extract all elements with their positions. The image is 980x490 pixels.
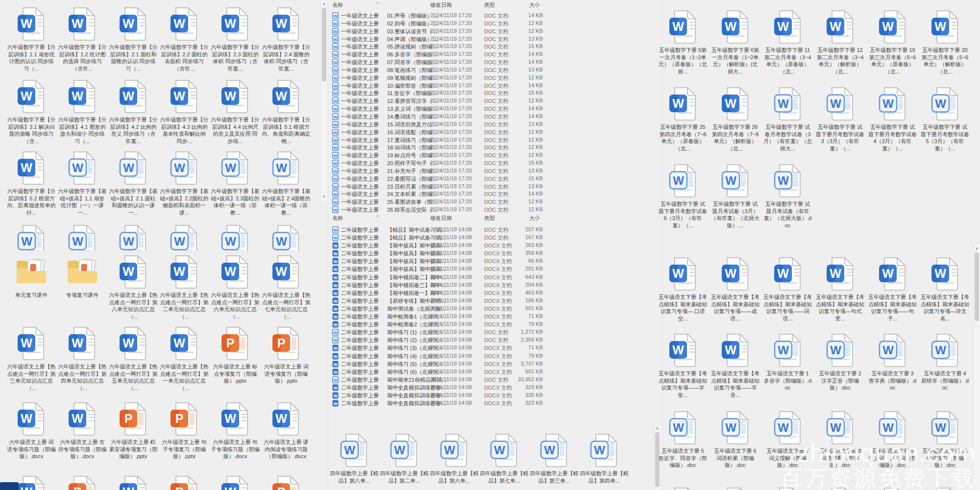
list-row[interactable]: W二年级数学上册【精品】期中试卷（试...2024/11/19 14:08DOC… bbox=[329, 234, 661, 242]
list-row[interactable]: W二年级数学上册【易错专练】期中易错...2024/11/19 14:08DOC… bbox=[329, 297, 661, 305]
list-row[interactable]: W二年级数学上册【期中拔高】期中拔高...2024/11/19 14:08DOC… bbox=[329, 242, 661, 249]
file-item[interactable]: W六年级数学下册【分层训练】4.1 图形的放大和缩小 同步练习（... bbox=[57, 78, 108, 145]
file-item[interactable]: W五年级语文下册【考点精练】期末基础知识复习专项—诗文名... bbox=[919, 256, 971, 322]
list-row[interactable]: W一年级语文上册05.拼读规则（部编...2024/11/19 17:20DOC… bbox=[329, 43, 661, 50]
list-row[interactable]: W一年级语文上册17.量词练习（部编...2024/11/19 17:20DOC… bbox=[329, 136, 661, 144]
list-row[interactable]: W一年级语文上册11.形近字（部编版...2024/11/19 17:20DOC… bbox=[329, 89, 661, 97]
file-item[interactable]: W五年级数学下册 试题月考试卷（有答案）（北师大版）.doc bbox=[761, 163, 814, 229]
file-item[interactable]: W bbox=[108, 474, 159, 490]
file-item[interactable]: P bbox=[261, 474, 312, 490]
list-row[interactable]: W二年级数学上册【期中拔高】期中拔高...2024/11/19 14:08DOC… bbox=[329, 257, 661, 265]
file-item[interactable]: W六年级数学下册【分层训练】5.1 根据方向、角度和距离确定物... bbox=[261, 78, 312, 145]
list-row[interactable]: W一年级语文上册26.联系生活交际（...2024/11/19 17:20DOC… bbox=[329, 206, 661, 214]
file-item[interactable]: W bbox=[210, 224, 261, 251]
list-row[interactable]: W一年级语文上册14.叠词练习（部编...2024/11/19 17:20DOC… bbox=[329, 113, 661, 121]
file-item[interactable]: W五年级数学下册 20第三次月考卷（5~6单元）（解析版）（北... bbox=[919, 9, 971, 75]
file-item[interactable]: P六年级语文上册 标点专项复习（部编版）.pptx bbox=[210, 325, 261, 392]
file-item[interactable]: W五年级语文下册 3 查字典（部编版）.doc bbox=[866, 332, 919, 398]
scroll-down-icon[interactable]: ▼ bbox=[321, 194, 327, 200]
file-item[interactable]: W五年级语文下册【考点精练】期末基础知识复习专项——词语... bbox=[761, 256, 814, 322]
list-row[interactable]: W一年级语文上册10.偏旁部首（部编...2024/11/19 17:20DOC… bbox=[329, 82, 661, 90]
file-item[interactable]: W六年级语文上册【热点难点一网打尽】第五单元知识点汇总（... bbox=[108, 325, 159, 392]
list-row[interactable]: W一年级语文上册25.看图讲故事（部...2024/11/19 17:20DOC… bbox=[329, 198, 661, 206]
list-row[interactable]: W二年级数学上册期中练习 (3)（北师大...2024/11/19 14:08D… bbox=[329, 344, 661, 352]
file-item[interactable]: W六年级语文上册【热点难点一网打尽】第二单元知识点汇总（... bbox=[159, 254, 210, 320]
file-item[interactable]: W四年级数学上册【精品】第四单... bbox=[579, 432, 629, 484]
file-item[interactable]: P六年级语文上册 词语专项复习（部编版）.pptx bbox=[261, 325, 312, 392]
file-item[interactable]: W五年级语文下册 5 形近字、同音字（部编版）.doc bbox=[657, 410, 709, 469]
file-item[interactable]: W五年级语文下册【考点精练】期末基础知识复习专项—句式变... bbox=[814, 256, 866, 322]
file-item[interactable]: W五年级语文下册 4 易错字（部编版）.doc bbox=[919, 332, 971, 398]
file-item[interactable]: W bbox=[108, 224, 159, 251]
column-header-name[interactable]: 名称 bbox=[332, 215, 343, 222]
file-item[interactable]: W bbox=[657, 486, 709, 490]
file-item[interactable]: W六年级数学下册【分层训练】2.1 圆柱和圆锥的认识 同步练习（... bbox=[108, 6, 159, 72]
file-item[interactable]: W六年级数学下册【基础+拔高】2.2圆柱的侧面积和表面积一课... bbox=[159, 150, 210, 216]
file-item[interactable]: W五年级数学下册 19第三次月考卷（5~6单元）（原卷版）（北... bbox=[866, 9, 919, 75]
folder-item[interactable]: 单元复习课件 bbox=[6, 254, 57, 320]
file-item[interactable]: W六年级语文上册【热点难点一网打尽】第六单元知识点汇总（... bbox=[210, 254, 261, 320]
list-row[interactable]: W二年级数学上册【精品】期中试卷（试...2024/11/19 14:08DOC… bbox=[329, 226, 661, 234]
file-item[interactable]: W六年级数学下册【分层训练】5.2 根据方向、距离描述简单的行... bbox=[6, 150, 57, 216]
list-row[interactable]: W一年级语文上册04.声调（部编版）....2024/11/19 17:20DO… bbox=[329, 35, 661, 43]
file-item[interactable]: W五年级数学下册 25第四次月考卷（7~8单元）（原卷版）（北... bbox=[657, 86, 709, 152]
list-row[interactable]: W一年级语文上册21.补充句子（部编...2024/11/19 17:20DOC… bbox=[329, 167, 661, 175]
list-row[interactable]: W一年级语文上册06.多音字（部编版...2024/11/19 17:20DOC… bbox=[329, 50, 661, 58]
list-row[interactable]: W一年级语文上册24.文本积累（部编...2024/11/19 17:20DOC… bbox=[329, 190, 661, 198]
list-row[interactable]: W二年级数学上册【期中模拟卷二】期中...2024/11/19 14:08DOC… bbox=[329, 273, 661, 281]
file-item[interactable]: W六年级数学下册【分层训练】1.1 扇形统计图的认识 同步练习（... bbox=[6, 6, 57, 72]
file-item[interactable]: W五年级数学下册 试题下册月考数学试卷5（3月）（有答案）（... bbox=[919, 86, 971, 152]
file-item[interactable]: W四年级数学上册【精品】第二单... bbox=[379, 432, 429, 484]
list-row[interactable]: W二年级数学上册【期中模拟卷三】期中...2024/11/19 14:08DOC… bbox=[329, 281, 661, 289]
list-row[interactable]: W一年级语文上册03.整体认读音节（...2024/11/19 17:20DOC… bbox=[329, 27, 661, 35]
list-row[interactable]: W二年级数学上册期中练习 (4)（北师大...2024/11/19 14:08D… bbox=[329, 352, 661, 360]
file-item[interactable]: W五年级数学下册 11第二次月考卷（3~4单元）（原卷版）（北... bbox=[761, 9, 814, 75]
file-item[interactable]: W六年级数学下册【分层训练】2.3 圆柱的体积 同步练习（含答案... bbox=[210, 6, 261, 72]
list-row[interactable]: W一年级语文上册16.词语搭配（部编...2024/11/19 17:20DOC… bbox=[329, 128, 661, 136]
list-row[interactable]: W二年级数学上册期中练习 (2)（北师大...2024/11/19 14:08D… bbox=[329, 336, 661, 344]
file-item[interactable]: W六年级数学下册【基础+拔高】2.1 圆柱和圆锥的认识一课一... bbox=[108, 150, 159, 216]
file-item[interactable]: W bbox=[159, 224, 210, 251]
list-row[interactable]: W二年级数学上册期中练习 (1)（北师大...2024/11/19 14:08D… bbox=[329, 328, 661, 336]
list-row[interactable]: W二年级数学上册【期中拔高】期中拔高...2024/11/19 14:08DOC… bbox=[329, 265, 661, 273]
file-item[interactable]: W五年级语文下册【考点精练】期末基础知识复习专项——成语... bbox=[709, 256, 761, 322]
list-row[interactable]: W一年级语文上册15.词语归类及方位...2024/11/19 17:20DOC… bbox=[329, 121, 661, 128]
list-row[interactable]: W一年级语文上册07.同音字（部编版...2024/11/19 17:20DOC… bbox=[329, 58, 661, 66]
list-row[interactable]: W二年级数学上册【期中模拟卷一】期中...2024/11/19 14:08DOC… bbox=[329, 289, 661, 297]
column-header-type[interactable]: 类型 bbox=[484, 1, 495, 9]
list-row[interactable]: W二年级数学上册期中练习 (5)（北师大...2024/11/19 14:08D… bbox=[329, 360, 661, 368]
list-row[interactable]: W一年级语文上册20.照样子写句子（...2024/11/19 17:20DOC… bbox=[329, 159, 661, 167]
file-item[interactable]: W五年级数学下册 26第四次月考卷（7~8单元）（解析版）（北... bbox=[709, 86, 761, 152]
file-item[interactable]: W bbox=[6, 224, 57, 251]
file-item[interactable]: P六年级语文上册 积累背诵专项复习（部编版）.pptx bbox=[108, 401, 159, 460]
file-item[interactable]: W五年级数学下册 试题下册月考数学试卷4（3月）（有答案）（... bbox=[866, 86, 919, 152]
file-item[interactable]: W五年级语文下册【考点精练】期末基础知识复习专项——字音... bbox=[709, 332, 761, 398]
file-item[interactable]: W四年级数学上册【精品】第六单... bbox=[429, 432, 479, 484]
column-header-date[interactable]: 修改日期 bbox=[430, 215, 452, 222]
column-header-size[interactable]: 大小 bbox=[529, 1, 540, 9]
file-item[interactable]: W四年级数学上册【精品】第八单... bbox=[329, 432, 379, 484]
file-item[interactable]: W五年级数学下册 12第二次月考卷（3~4单元）（解析版）（北... bbox=[814, 9, 866, 75]
file-item[interactable]: W五年级语文下册 2 汉字正音（部编版）.doc bbox=[814, 332, 866, 398]
list-row[interactable]: W一年级语文上册13.反义词（部编版...2024/11/19 17:20DOC… bbox=[329, 105, 661, 113]
scroll-up-icon[interactable]: ▲ bbox=[321, 0, 327, 7]
file-item[interactable]: W六年级数学下册【基础+拔高】2.4圆锥的体积一课一练（苏教... bbox=[261, 150, 312, 216]
file-item[interactable]: W四年级数学上册【精品】第七单... bbox=[479, 432, 529, 484]
list-row[interactable]: W二年级数学上册期中全真模拟训练密卷...2024/11/19 14:08DOC… bbox=[329, 392, 661, 399]
file-item[interactable]: W五年级语文下册 1 多音字（部编版）.doc bbox=[761, 332, 814, 398]
list-row[interactable]: W二年级数学上册期中检测卷1（北师大...2024/11/19 14:08DOC… bbox=[329, 313, 661, 320]
list-row[interactable]: W一年级语文上册01.声母（部编版）....2024/11/19 17:20DO… bbox=[329, 12, 661, 20]
file-item[interactable]: W五年级数学下册 5第一次月考卷（1~2单元）（原卷版）（北师... bbox=[657, 9, 709, 75]
file-item[interactable]: W五年级数学下册 6第一次月考卷（1~2单元）（解析版）(北师大... bbox=[709, 9, 761, 75]
list-row[interactable]: W二年级数学上册期中练习 (6)（北师大...2024/11/19 14:08D… bbox=[329, 368, 661, 376]
scroll-up-icon[interactable]: ▲ bbox=[974, 245, 980, 251]
scrollbar-thumb[interactable] bbox=[975, 252, 979, 321]
file-item[interactable]: W六年级语文上册 词语专项练习题（部编版）.docx bbox=[6, 401, 57, 460]
file-item[interactable]: W六年级数学下册【分层训练】2.2 圆柱的表面积 同步练习（含答... bbox=[159, 6, 210, 72]
list-row[interactable]: W二年级数学上册期中测试卷（北师大版...2024/11/19 14:08DOC… bbox=[329, 305, 661, 313]
file-item[interactable]: P bbox=[159, 474, 210, 490]
file-item[interactable]: W六年级语文上册【热点难点一网打尽】第四单元知识点汇总（... bbox=[57, 325, 108, 392]
file-item[interactable]: W五年级数学下册 试题下册月考数学试卷3（3月）（有答案）（... bbox=[814, 86, 866, 152]
file-item[interactable]: W六年级语文上册【热点难点一网打尽】第七单元知识点汇总（... bbox=[261, 254, 312, 320]
file-item[interactable]: W六年级数学下册【基础+拔高】2.3圆柱的体积一课一练（苏教... bbox=[210, 150, 261, 216]
